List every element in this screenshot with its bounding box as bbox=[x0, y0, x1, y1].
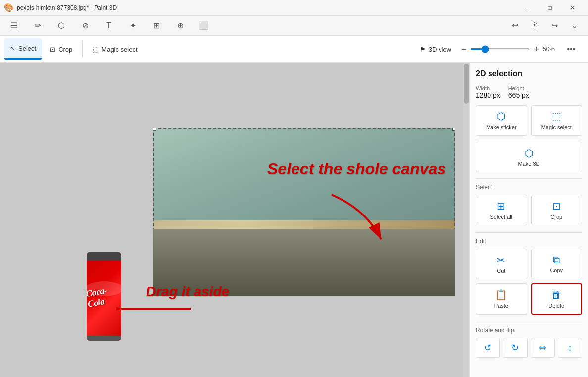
coke-can-bottom bbox=[87, 336, 121, 341]
panel-title: 2D selection bbox=[476, 69, 582, 78]
make-3d-btn[interactable]: ⬡ Make 3D bbox=[476, 142, 582, 172]
annotation-drag: Drag it aside bbox=[146, 284, 229, 300]
more-options-btn[interactable]: ••• bbox=[564, 42, 578, 56]
draw-icon[interactable]: ✏ bbox=[30, 18, 46, 34]
select-cursor-icon: ↖ bbox=[10, 45, 15, 52]
history-icon[interactable]: ⏱ bbox=[527, 18, 542, 34]
crop-ribbon-btn[interactable]: ⊡ Crop bbox=[44, 38, 78, 60]
crop-panel-btn[interactable]: ⊡ Crop bbox=[531, 195, 583, 225]
text-icon[interactable]: T bbox=[101, 18, 117, 34]
rotate-section-title: Rotate and flip bbox=[476, 327, 582, 334]
delete-icon: 🗑 bbox=[551, 289, 561, 301]
zoom-plus-icon[interactable]: + bbox=[534, 44, 539, 54]
canvas-icon[interactable]: ⬜ bbox=[196, 18, 212, 34]
rotate-left-btn[interactable]: ↺ bbox=[476, 338, 500, 358]
sticker-icon[interactable]: ⊕ bbox=[172, 18, 188, 34]
magic-select-panel-icon: ⬚ bbox=[552, 110, 561, 122]
effects-icon[interactable]: ✦ bbox=[125, 18, 141, 34]
select-all-btn[interactable]: ⊞ Select all bbox=[476, 195, 527, 225]
magic-select-icon: ⬚ bbox=[93, 46, 98, 53]
paste-label: Paste bbox=[494, 303, 508, 309]
flip-h-icon: ⇔ bbox=[539, 342, 546, 353]
crop-toolbar-icon[interactable]: ⊞ bbox=[148, 18, 164, 34]
rotate-right-icon: ↻ bbox=[511, 342, 519, 353]
zoom-minus-icon[interactable]: − bbox=[461, 44, 467, 54]
title-bar-controls: ─ □ ✕ bbox=[516, 0, 584, 16]
arrow-select-svg bbox=[327, 190, 386, 249]
paste-btn[interactable]: 📋 Paste bbox=[476, 283, 527, 315]
make-3d-icon: ⬡ bbox=[525, 147, 533, 159]
height-item: Height 665 px bbox=[508, 85, 529, 99]
crop-label: Crop bbox=[58, 46, 72, 53]
canvas-image: ↻ bbox=[153, 128, 455, 296]
ribbon-divider-1 bbox=[82, 40, 83, 58]
vertical-scrollbar[interactable] bbox=[463, 63, 469, 377]
height-value: 665 px bbox=[508, 91, 529, 99]
handle-br[interactable] bbox=[452, 293, 455, 296]
main-area: ↻ Coca-Cola Select the shole canvas Drag… bbox=[0, 63, 588, 377]
width-item: Width 1280 px bbox=[476, 85, 500, 99]
delete-label: Delete bbox=[548, 303, 564, 309]
divider-1 bbox=[476, 178, 582, 179]
width-value: 1280 px bbox=[476, 91, 500, 99]
sticker-magic-grid: ⬡ Make sticker ⬚ Magic select bbox=[476, 105, 582, 136]
canvas-area[interactable]: ↻ Coca-Cola Select the shole canvas Drag… bbox=[0, 63, 469, 377]
coke-can-top bbox=[87, 252, 121, 261]
title-bar-title: pexels-himkan-877308.jpg* - Paint 3D bbox=[17, 4, 117, 11]
edit-section: Edit ✂ Cut ⧉ Copy 📋 Paste 🗑 Delete bbox=[476, 238, 582, 315]
zoom-slider[interactable] bbox=[470, 48, 530, 50]
rotate-right-btn[interactable]: ↻ bbox=[503, 338, 527, 358]
width-label: Width bbox=[476, 85, 500, 91]
copy-icon: ⧉ bbox=[553, 254, 560, 266]
make-sticker-btn[interactable]: ⬡ Make sticker bbox=[476, 105, 527, 136]
view-3d-btn[interactable]: ⚑ 3D view bbox=[414, 38, 457, 60]
flip-vertical-btn[interactable]: ↕ bbox=[558, 338, 582, 358]
right-panel: 2D selection Width 1280 px Height 665 px… bbox=[469, 63, 588, 377]
zoom-percent: 50% bbox=[543, 46, 560, 53]
make-sticker-label: Make sticker bbox=[486, 124, 517, 130]
menu-icon[interactable]: ☰ bbox=[6, 18, 22, 34]
scrollbar-thumb[interactable] bbox=[464, 64, 469, 104]
close-button[interactable]: ✕ bbox=[561, 0, 584, 16]
dimension-row: Width 1280 px Height 665 px bbox=[476, 85, 582, 99]
minimize-button[interactable]: ─ bbox=[516, 0, 539, 16]
title-bar-left: 🎨 pexels-himkan-877308.jpg* - Paint 3D bbox=[4, 3, 117, 12]
select-ribbon-btn[interactable]: ↖ Select bbox=[4, 38, 42, 60]
cut-label: Cut bbox=[497, 268, 505, 274]
magic-select-panel-btn[interactable]: ⬚ Magic select bbox=[531, 105, 583, 136]
rotate-left-icon: ↺ bbox=[484, 342, 491, 353]
undo-icon[interactable]: ↩ bbox=[507, 18, 523, 34]
delete-btn[interactable]: 🗑 Delete bbox=[531, 283, 583, 315]
redo-icon[interactable]: ↪ bbox=[546, 18, 562, 34]
copy-btn[interactable]: ⧉ Copy bbox=[531, 249, 583, 279]
crop-panel-icon: ⊡ bbox=[552, 200, 561, 212]
magic-select-ribbon-btn[interactable]: ⬚ Magic select bbox=[87, 38, 143, 60]
crop-panel-label: Crop bbox=[550, 214, 562, 220]
title-bar: 🎨 pexels-himkan-877308.jpg* - Paint 3D ─… bbox=[0, 0, 588, 16]
copy-label: Copy bbox=[550, 268, 563, 273]
cut-icon: ✂ bbox=[497, 254, 505, 266]
selection-icon[interactable]: ⬡ bbox=[53, 18, 69, 34]
flip-horizontal-btn[interactable]: ⇔ bbox=[531, 338, 555, 358]
crop-icon: ⊡ bbox=[50, 46, 55, 53]
more-toolbar-icon[interactable]: ⌄ bbox=[566, 18, 582, 34]
rotate-grid: ↺ ↻ ⇔ ↕ bbox=[476, 338, 582, 358]
paste-icon: 📋 bbox=[495, 289, 507, 301]
rotate-section: Rotate and flip ↺ ↻ ⇔ ↕ bbox=[476, 327, 582, 358]
make3d-grid: ⬡ Make 3D bbox=[476, 142, 582, 172]
view-controls: ⚑ 3D view − + 50% ••• bbox=[414, 38, 578, 60]
select-section-title: Select bbox=[476, 184, 582, 191]
select-grid: ⊞ Select all ⊡ Crop bbox=[476, 195, 582, 225]
magic-select-label: Magic select bbox=[101, 46, 137, 53]
flag-icon: ⚑ bbox=[420, 46, 426, 53]
erase-icon[interactable]: ⊘ bbox=[77, 18, 93, 34]
select-all-icon: ⊞ bbox=[497, 200, 505, 212]
maximize-button[interactable]: □ bbox=[539, 0, 561, 16]
main-toolbar: ☰ ✏ ⬡ ⊘ T ✦ ⊞ ⊕ ⬜ ↩ ⏱ ↪ ⌄ bbox=[0, 16, 588, 36]
arrow-drag-svg bbox=[116, 299, 196, 319]
flip-v-icon: ↕ bbox=[568, 343, 572, 353]
select-all-label: Select all bbox=[490, 214, 512, 220]
cut-btn[interactable]: ✂ Cut bbox=[476, 249, 527, 279]
make-3d-label: Make 3D bbox=[518, 161, 539, 167]
select-section: Select ⊞ Select all ⊡ Crop bbox=[476, 184, 582, 225]
